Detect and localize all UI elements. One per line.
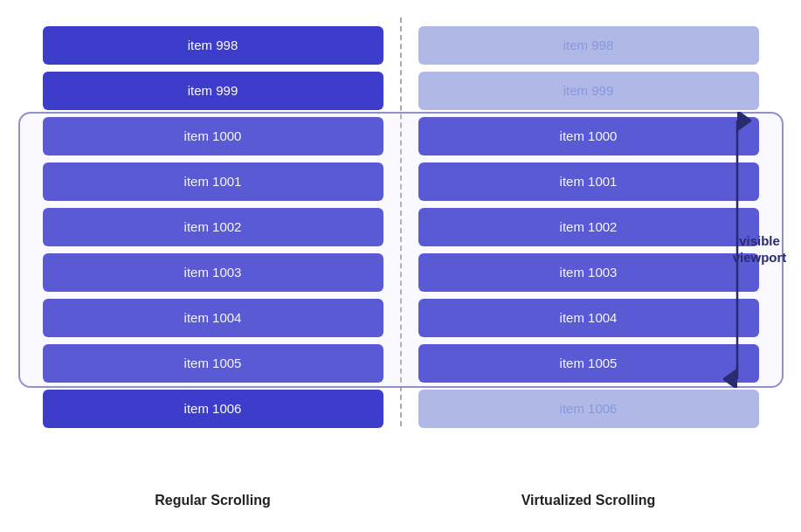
left-column: item 998 item 999 item 1000 item 1001 it… (25, 17, 401, 479)
right-item-999: item 999 (418, 72, 759, 110)
right-label: Virtualized Scrolling (401, 486, 777, 515)
left-item-1005: item 1005 (43, 344, 383, 383)
left-item-999: item 999 (43, 72, 383, 110)
diagram-container: item 998 item 999 item 1000 item 1001 it… (25, 17, 777, 515)
left-item-1004: item 1004 (43, 299, 383, 337)
right-item-1006: item 1006 (418, 390, 759, 428)
left-item-1002: item 1002 (43, 208, 383, 246)
left-item-1006: item 1006 (43, 390, 383, 428)
columns-area: item 998 item 999 item 1000 item 1001 it… (25, 17, 777, 479)
viewport-label: visible viewport (729, 232, 791, 266)
labels-row: Regular Scrolling Virtualized Scrolling (25, 486, 777, 515)
left-label: Regular Scrolling (25, 486, 401, 515)
left-item-1000: item 1000 (43, 117, 383, 155)
left-item-1001: item 1001 (43, 162, 383, 201)
left-item-998: item 998 (43, 26, 383, 65)
viewport-annotation: visible viewport (698, 112, 777, 388)
right-item-998: item 998 (418, 26, 759, 65)
left-item-1003: item 1003 (43, 253, 383, 292)
